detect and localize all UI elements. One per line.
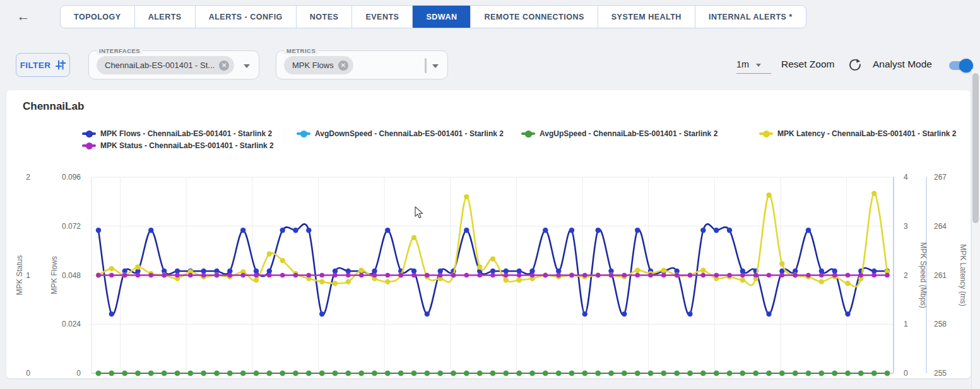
tab-events[interactable]: EVENTS [351, 6, 412, 28]
data-point [779, 261, 784, 266]
reset-zoom-icon[interactable] [848, 58, 862, 72]
x-circle-icon[interactable]: ✕ [219, 61, 229, 71]
tab-topology[interactable]: TOPOLOGY [61, 6, 134, 28]
analyst-mode-toggle[interactable] [949, 61, 971, 70]
axis-tick-label: 0.096 [62, 173, 81, 182]
series-mpk-status [96, 273, 890, 278]
data-point [319, 279, 324, 284]
data-point [188, 273, 193, 278]
data-point [438, 273, 443, 278]
data-point [307, 273, 312, 278]
data-point [806, 273, 811, 278]
tab-sdwan[interactable]: SDWAN [412, 6, 470, 28]
filter-button-label: FILTER [20, 61, 51, 70]
reset-zoom-button[interactable]: Reset Zoom [781, 59, 834, 70]
data-point [635, 228, 640, 233]
tab-remote-connections[interactable]: REMOTE CONNECTIONS [470, 6, 597, 28]
time-range-value: 1m [736, 59, 749, 69]
data-point [333, 371, 338, 376]
data-point [714, 228, 719, 233]
data-point [714, 371, 719, 376]
data-point [582, 371, 588, 376]
data-point [490, 273, 495, 278]
data-point [386, 273, 391, 278]
data-point [240, 371, 246, 376]
data-point [162, 273, 167, 278]
data-point [201, 273, 206, 278]
axis-tick-label: 4 [904, 173, 908, 182]
data-point [254, 371, 259, 376]
data-point [543, 273, 548, 278]
data-point [871, 273, 877, 278]
interfaces-field[interactable]: INTERFACES ChennaiLab-ES-001401 - St... … [88, 50, 259, 79]
data-point [201, 371, 206, 376]
data-point [267, 371, 273, 376]
back-arrow-icon[interactable]: ← [14, 7, 33, 26]
data-point [437, 371, 443, 376]
data-point [845, 311, 850, 316]
data-point [608, 371, 614, 376]
data-point [280, 228, 285, 233]
data-point [700, 228, 705, 233]
data-point [806, 371, 812, 376]
data-point [175, 273, 180, 278]
tab-alerts[interactable]: ALERTS [134, 6, 195, 28]
time-range-select[interactable]: 1m [736, 55, 771, 74]
data-point [859, 273, 864, 278]
x-circle-icon[interactable]: ✕ [338, 61, 348, 71]
chevron-down-icon[interactable] [432, 64, 439, 68]
data-point [569, 371, 575, 376]
data-point [359, 268, 364, 273]
data-point [411, 371, 417, 376]
data-point [845, 281, 850, 286]
data-point [227, 371, 233, 376]
data-point [490, 256, 495, 261]
data-point [635, 268, 640, 273]
data-point [280, 371, 285, 376]
data-point [793, 273, 798, 278]
data-point [333, 273, 338, 278]
data-point [109, 311, 114, 316]
data-point [727, 228, 732, 233]
axis-tick-label: 0.024 [62, 320, 81, 328]
interfaces-chip[interactable]: ChennaiLab-ES-001401 - St... ✕ [97, 56, 234, 74]
data-point [319, 273, 324, 278]
data-point [819, 279, 824, 284]
data-point [661, 273, 666, 278]
data-point [753, 273, 759, 278]
chevron-down-icon[interactable] [244, 64, 250, 68]
data-point [464, 371, 469, 376]
data-point [530, 273, 535, 278]
data-point [543, 228, 548, 233]
data-point [477, 264, 482, 269]
data-point [582, 273, 587, 278]
data-point [582, 311, 587, 316]
tab-alerts-config[interactable]: ALERTS - CONFIG [195, 6, 296, 28]
data-point [109, 273, 114, 278]
data-point [767, 273, 772, 278]
axis-tick-label: 261 [934, 271, 947, 280]
metrics-chip[interactable]: MPK Flows ✕ [284, 56, 353, 74]
tab-internal-alerts[interactable]: INTERNAL ALERTS * [695, 6, 806, 28]
filter-button[interactable]: FILTER [16, 53, 70, 77]
data-point [516, 371, 522, 376]
data-point [543, 371, 548, 376]
chart-plot[interactable]: 012MPK Status00.0240.0480.0720.096MPK Fl… [6, 90, 971, 378]
data-point [622, 311, 627, 316]
data-point [517, 273, 522, 278]
chevron-down-icon [756, 64, 761, 67]
axis-tick-label: 0 [26, 369, 30, 378]
data-point [398, 371, 404, 376]
data-point [766, 311, 771, 316]
metrics-field[interactable]: METRICS MPK Flows ✕ [276, 50, 448, 79]
data-point [779, 371, 785, 376]
tab-notes[interactable]: NOTES [296, 6, 352, 28]
scrollbar-thumb[interactable] [972, 73, 979, 223]
axis-tick-label: 2 [26, 173, 30, 182]
data-point [753, 371, 759, 376]
tab-system-health[interactable]: SYSTEM HEALTH [598, 6, 695, 28]
data-point [122, 273, 127, 278]
data-point [175, 371, 180, 376]
data-point [517, 277, 522, 282]
data-point [293, 228, 298, 233]
